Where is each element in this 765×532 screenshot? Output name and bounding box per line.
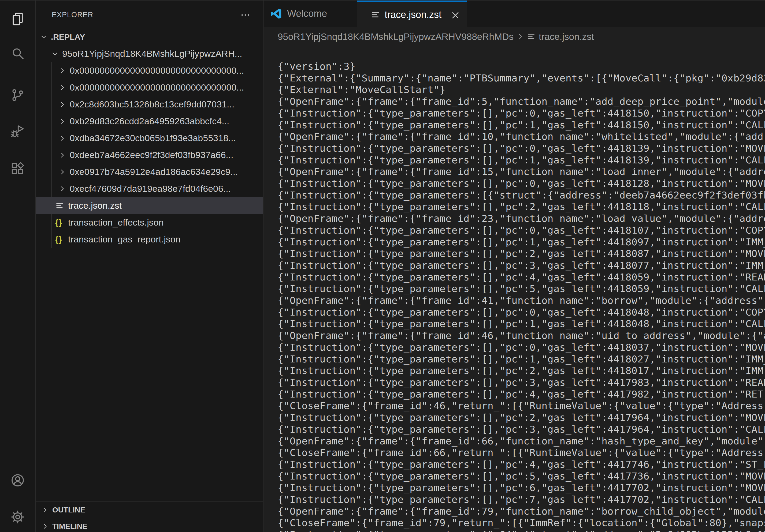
editor-line[interactable]: {"Instruction":{"type_parameters":[],"pc… bbox=[278, 306, 765, 318]
tab-label: Welcome bbox=[287, 8, 327, 19]
sidebar-section-timeline[interactable]: TIMELINE bbox=[36, 518, 263, 532]
tree-item[interactable]: 0xe0917b74a5912e4ad186ac634e29c9... bbox=[36, 163, 263, 180]
tree-item[interactable]: 0x0000000000000000000000000000000... bbox=[36, 62, 263, 79]
editor-line[interactable]: {"Instruction":{"type_parameters":[],"pc… bbox=[278, 412, 765, 423]
run-debug-icon bbox=[10, 124, 25, 139]
tree-item-label: transaction_effects.json bbox=[68, 217, 164, 228]
editor-line[interactable]: {"Instruction":{"type_parameters":[],"pc… bbox=[278, 459, 765, 470]
editor-line[interactable]: {"OpenFrame":{"frame":{"frame_id":79,"fu… bbox=[278, 505, 765, 517]
chevron-right-icon bbox=[516, 33, 524, 41]
json-braces-icon: {} bbox=[55, 235, 64, 244]
editor-line[interactable]: {"Instruction":{"type_parameters":[],"pc… bbox=[278, 142, 765, 154]
editor-line[interactable]: {"Instruction":{"type_parameters":[],"pc… bbox=[278, 119, 765, 131]
tree-item-label: 0xdeeb7a4662eec9f2f3def03fb937a66... bbox=[70, 150, 234, 160]
activity-item-source-control[interactable] bbox=[0, 84, 35, 107]
list-file-icon bbox=[55, 201, 64, 210]
editor-line[interactable]: {"Instruction":{"type_parameters":[],"pc… bbox=[278, 318, 765, 330]
breadcrumb-file[interactable]: trace.json.zst bbox=[539, 31, 594, 42]
editor-line[interactable]: {"Instruction":{"type_parameters":[],"pc… bbox=[278, 470, 765, 482]
tab-trace-json-zst[interactable]: trace.json.zst bbox=[357, 1, 467, 27]
tree-item[interactable]: 0xecf47609d7da919ea98e7fd04f6e06... bbox=[36, 180, 263, 197]
editor-line[interactable]: {"Instruction":{"type_parameters":["u64"… bbox=[278, 529, 765, 532]
editor-line[interactable]: {"Instruction":{"type_parameters":[{"str… bbox=[278, 189, 765, 201]
editor-line[interactable]: {"OpenFrame":{"frame":{"frame_id":23,"fu… bbox=[278, 213, 765, 224]
editor-line[interactable]: {"Instruction":{"type_parameters":[],"pc… bbox=[278, 353, 765, 365]
tree-item-label: 0x0000000000000000000000000000000... bbox=[70, 82, 244, 93]
activity-item-extensions[interactable] bbox=[0, 157, 35, 180]
editor-line[interactable]: {"OpenFrame":{"frame":{"frame_id":66,"fu… bbox=[278, 435, 765, 447]
close-icon[interactable] bbox=[450, 10, 461, 21]
editor-content[interactable]: {"version":3}{"External":{"Summary":{"na… bbox=[264, 46, 765, 532]
editor-line[interactable]: {"Instruction":{"type_parameters":[],"pc… bbox=[278, 224, 765, 236]
outline-label: OUTLINE bbox=[52, 506, 85, 514]
editor-line[interactable]: {"OpenFrame":{"frame":{"frame_id":46,"fu… bbox=[278, 330, 765, 342]
search-icon bbox=[10, 46, 25, 61]
editor-line[interactable]: {"Instruction":{"type_parameters":[],"pc… bbox=[278, 271, 765, 283]
tree-item[interactable]: 95oR1YipjSnqd18K4BMshkLgPijypwzARH... bbox=[36, 45, 263, 62]
editor-line[interactable]: {"External":"MoveCallStart"} bbox=[278, 84, 765, 96]
editor-line[interactable]: {"OpenFrame":{"frame":{"frame_id":5,"fun… bbox=[278, 96, 765, 108]
editor-line[interactable]: {"Instruction":{"type_parameters":[],"pc… bbox=[278, 365, 765, 377]
tree-item[interactable]: 0x2c8d603bc51326b8c13cef9dd07031... bbox=[36, 96, 263, 113]
source-control-icon bbox=[10, 88, 25, 102]
editor-line[interactable]: {"Instruction":{"type_parameters":[],"pc… bbox=[278, 283, 765, 295]
editor-line[interactable]: {"CloseFrame":{"frame_id":46,"return_":[… bbox=[278, 400, 765, 412]
breadcrumb: 95oR1YipjSnqd18K4BMshkLgPijypwzARHV988eR… bbox=[264, 27, 765, 46]
breadcrumb-folder[interactable]: 95oR1YipjSnqd18K4BMshkLgPijypwzARHV988eR… bbox=[278, 31, 513, 42]
editor-line[interactable]: {"OpenFrame":{"frame":{"frame_id":15,"fu… bbox=[278, 166, 765, 177]
tree-section-replay[interactable]: .REPLAY bbox=[36, 28, 263, 45]
editor-line[interactable]: {"OpenFrame":{"frame":{"frame_id":10,"fu… bbox=[278, 131, 765, 142]
chevron-right-icon bbox=[42, 506, 49, 514]
editor-line[interactable]: {"External":{"Summary":{"name":"PTBSumma… bbox=[278, 72, 765, 84]
tree-item[interactable]: 0xdeeb7a4662eec9f2f3def03fb937a66... bbox=[36, 146, 263, 163]
list-file-icon bbox=[371, 10, 381, 20]
tree-item-label: 0xe0917b74a5912e4ad186ac634e29c9... bbox=[70, 166, 238, 177]
editor-line[interactable]: {"version":3} bbox=[278, 61, 765, 72]
tree-item[interactable]: 0xdba34672e30cb065b1f93e3ab55318... bbox=[36, 130, 263, 146]
editor-line[interactable]: {"Instruction":{"type_parameters":[],"pc… bbox=[278, 177, 765, 189]
tree-item[interactable]: {}transaction_effects.json bbox=[36, 214, 263, 231]
editor-line[interactable]: {"CloseFrame":{"frame_id":79,"return_":[… bbox=[278, 517, 765, 529]
timeline-label: TIMELINE bbox=[52, 522, 87, 531]
list-file-icon bbox=[527, 32, 535, 41]
editor-line[interactable]: {"Instruction":{"type_parameters":[],"pc… bbox=[278, 248, 765, 260]
editor-line[interactable]: {"CloseFrame":{"frame_id":66,"return_":[… bbox=[278, 447, 765, 459]
tab-label: trace.json.zst bbox=[384, 9, 441, 20]
tree-item[interactable]: trace.json.zst bbox=[36, 197, 263, 214]
activity-item-search[interactable] bbox=[0, 42, 35, 65]
sidebar-section-outline[interactable]: OUTLINE bbox=[36, 501, 263, 518]
chevron-right-icon bbox=[58, 101, 67, 109]
tree-item[interactable]: {}transaction_gas_report.json bbox=[36, 231, 263, 248]
tree-item[interactable]: 0x0000000000000000000000000000000... bbox=[36, 79, 263, 96]
more-actions-icon[interactable] bbox=[240, 10, 251, 20]
activity-item-settings[interactable] bbox=[0, 505, 35, 529]
tree-item-label: 0xb29d83c26cdd2a64959263abbcfc4... bbox=[70, 116, 230, 127]
editor-line[interactable]: {"Instruction":{"type_parameters":[],"pc… bbox=[278, 377, 765, 389]
chevron-right-icon bbox=[58, 134, 67, 142]
vscode-window: EXPLORER .REPLAY95oR1YipjSnqd18K4BMshkLg… bbox=[0, 0, 765, 532]
editor-line[interactable]: {"Instruction":{"type_parameters":[],"pc… bbox=[278, 236, 765, 248]
settings-icon bbox=[10, 510, 25, 524]
explorer-sidebar: EXPLORER .REPLAY95oR1YipjSnqd18K4BMshkLg… bbox=[36, 1, 264, 532]
chevron-right-icon bbox=[42, 523, 49, 530]
activity-item-account[interactable] bbox=[0, 469, 35, 492]
tree-item-label: 0xecf47609d7da919ea98e7fd04f6e06... bbox=[70, 183, 231, 194]
account-icon bbox=[10, 473, 25, 487]
activity-item-run-debug[interactable] bbox=[0, 120, 35, 143]
editor-line[interactable]: {"Instruction":{"type_parameters":[],"pc… bbox=[278, 154, 765, 166]
editor-line[interactable]: {"Instruction":{"type_parameters":[],"pc… bbox=[278, 494, 765, 505]
editor-line[interactable]: {"Instruction":{"type_parameters":[],"pc… bbox=[278, 201, 765, 213]
tab-bar: Welcome trace.json.zst bbox=[264, 1, 765, 27]
editor-line[interactable]: {"OpenFrame":{"frame":{"frame_id":41,"fu… bbox=[278, 295, 765, 306]
editor-line[interactable]: {"Instruction":{"type_parameters":[],"pc… bbox=[278, 389, 765, 400]
chevron-right-icon bbox=[58, 185, 67, 193]
tab-welcome[interactable]: Welcome bbox=[264, 1, 357, 27]
editor-line[interactable]: {"Instruction":{"type_parameters":[],"pc… bbox=[278, 260, 765, 271]
chevron-down-icon bbox=[40, 33, 48, 41]
editor-line[interactable]: {"Instruction":{"type_parameters":[],"pc… bbox=[278, 423, 765, 435]
activity-item-explorer[interactable] bbox=[0, 8, 35, 31]
editor-line[interactable]: {"Instruction":{"type_parameters":[],"pc… bbox=[278, 482, 765, 494]
tree-item[interactable]: 0xb29d83c26cdd2a64959263abbcfc4... bbox=[36, 113, 263, 130]
editor-line[interactable]: {"Instruction":{"type_parameters":[],"pc… bbox=[278, 342, 765, 353]
editor-line[interactable]: {"Instruction":{"type_parameters":[],"pc… bbox=[278, 108, 765, 119]
